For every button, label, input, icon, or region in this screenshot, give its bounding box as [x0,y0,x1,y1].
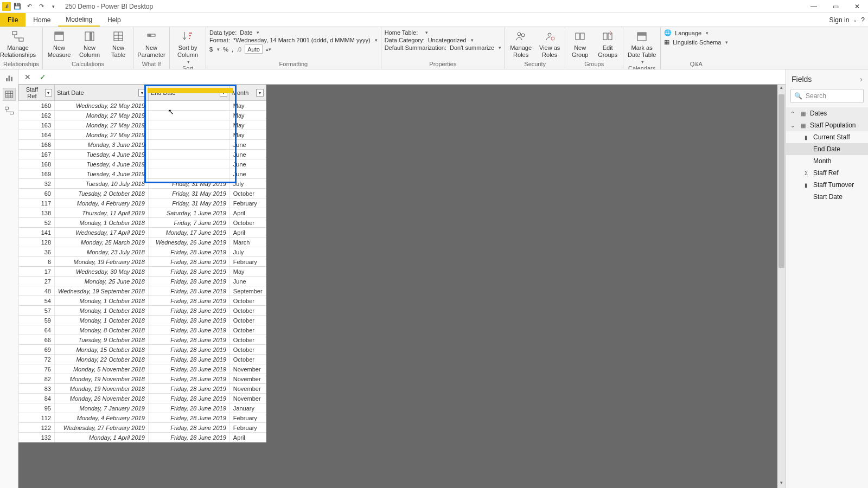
cell-staff-ref[interactable]: 59 [19,316,55,325]
cell-staff-ref[interactable]: 122 [19,423,55,433]
cell-staff-ref[interactable]: 82 [19,374,55,384]
tab-modeling[interactable]: Modeling [58,13,100,27]
cell-staff-ref[interactable]: 166 [19,140,55,150]
table-node[interactable]: ⌃▦Dates [786,107,868,119]
field-node[interactable]: Start Date [786,191,868,203]
sort-by-column-button[interactable]: Sort by Column▾ [173,29,202,65]
cell-start-date[interactable]: Monday, 1 October 2018 [55,316,149,325]
vertical-scrollbar[interactable]: ▴ ▾ [777,85,786,488]
cell-start-date[interactable]: Thursday, 11 April 2019 [55,208,149,218]
cell-month[interactable]: May [229,101,266,111]
cell-staff-ref[interactable]: 160 [19,101,55,111]
cell-end-date[interactable] [148,150,229,159]
cell-end-date[interactable]: Friday, 28 June 2019 [148,296,229,306]
cell-start-date[interactable]: Monday, 1 October 2018 [55,306,149,316]
cell-start-date[interactable]: Tuesday, 4 June 2019 [55,150,149,159]
filter-icon[interactable]: ▾ [220,89,227,97]
new-group-button[interactable]: New Group [569,29,591,58]
cell-start-date[interactable]: Monday, 19 November 2018 [55,374,149,384]
cell-month[interactable]: July [229,247,266,257]
cell-staff-ref[interactable]: 64 [19,325,55,335]
cell-month[interactable]: May [229,130,266,140]
table-row[interactable]: 52Monday, 1 October 2018Friday, 7 June 2… [19,218,266,228]
cell-staff-ref[interactable]: 83 [19,384,55,394]
minimize-button[interactable]: — [803,1,825,12]
table-row[interactable]: 72Monday, 22 October 2018Friday, 28 June… [19,355,266,364]
close-button[interactable]: ✕ [846,1,868,12]
filter-icon[interactable]: ▾ [45,89,52,97]
table-row[interactable]: 169Tuesday, 4 June 2019June [19,169,266,179]
cell-start-date[interactable]: Monday, 8 October 2018 [55,325,149,335]
cell-end-date[interactable] [148,120,229,130]
table-row[interactable]: 166Monday, 3 June 2019June [19,140,266,150]
manage-roles-button[interactable]: Manage Roles [508,29,533,58]
column-header-month[interactable]: Month▾ [229,85,266,101]
cell-end-date[interactable]: Friday, 28 June 2019 [148,286,229,296]
table-row[interactable]: 27Monday, 25 June 2018Friday, 28 June 20… [19,277,266,286]
cell-staff-ref[interactable]: 72 [19,355,55,364]
cell-start-date[interactable]: Monday, 1 April 2019 [55,433,149,442]
cell-start-date[interactable]: Monday, 26 November 2018 [55,394,149,403]
table-row[interactable]: 132Monday, 1 April 2019Friday, 28 June 2… [19,433,266,442]
cell-staff-ref[interactable]: 117 [19,198,55,208]
field-node[interactable]: ΣStaff Ref [786,167,868,179]
new-measure-button[interactable]: New Measure [46,29,72,58]
cell-start-date[interactable]: Monday, 5 November 2018 [55,364,149,374]
cell-staff-ref[interactable]: 36 [19,247,55,257]
manage-relationships-button[interactable]: Manage Relationships [3,29,33,58]
cell-end-date[interactable]: Friday, 28 June 2019 [148,384,229,394]
cell-start-date[interactable]: Wednesday, 30 May 2018 [55,267,149,277]
table-row[interactable]: 64Monday, 8 October 2018Friday, 28 June … [19,325,266,335]
cell-end-date[interactable]: Wednesday, 26 June 2019 [148,237,229,247]
table-row[interactable]: 141Wednesday, 17 April 2019Monday, 17 Ju… [19,228,266,237]
data-view-icon[interactable] [3,88,16,101]
data-grid[interactable]: Staff Ref▾ Start Date▾ End Date▾ Month▾ … [18,85,266,442]
cell-staff-ref[interactable]: 141 [19,228,55,237]
cell-end-date[interactable]: Friday, 28 June 2019 [148,325,229,335]
cell-start-date[interactable]: Monday, 4 February 2019 [55,198,149,208]
cell-end-date[interactable]: Friday, 28 June 2019 [148,316,229,325]
cell-month[interactable]: February [229,413,266,423]
cell-end-date[interactable]: Friday, 28 June 2019 [148,374,229,384]
cell-staff-ref[interactable]: 57 [19,306,55,316]
cell-month[interactable]: October [229,316,266,325]
percent-button[interactable]: % [223,46,228,53]
cell-month[interactable]: February [229,423,266,433]
cell-end-date[interactable] [148,111,229,120]
new-table-button[interactable]: New Table [107,29,130,58]
cell-start-date[interactable]: Monday, 27 May 2019 [55,111,149,120]
cell-month[interactable]: October [229,355,266,364]
cell-staff-ref[interactable]: 27 [19,277,55,286]
mark-date-table-button[interactable]: Mark as Date Table▾ [627,29,657,65]
table-row[interactable]: 83Monday, 19 November 2018Friday, 28 Jun… [19,384,266,394]
cancel-formula-icon[interactable]: ✕ [23,73,33,81]
cell-month[interactable]: May [229,120,266,130]
cell-start-date[interactable]: Monday, 25 March 2019 [55,237,149,247]
cell-start-date[interactable]: Tuesday, 4 June 2019 [55,169,149,179]
decimal-auto-input[interactable]: Auto [245,44,263,54]
help-icon[interactable]: ? [861,16,865,24]
table-row[interactable]: 112Monday, 4 February 2019Friday, 28 Jun… [19,413,266,423]
chevron-down-icon[interactable]: ⌄ [851,17,859,23]
cell-month[interactable]: November [229,364,266,374]
filter-icon[interactable]: ▾ [138,89,146,97]
cell-staff-ref[interactable]: 76 [19,364,55,374]
filter-icon[interactable]: ▾ [256,89,264,97]
cell-end-date[interactable]: Friday, 31 May 2019 [148,179,229,189]
view-as-roles-button[interactable]: View as Roles [538,29,561,58]
cell-month[interactable]: July [229,179,266,189]
currency-button[interactable]: $ [209,46,213,53]
cell-start-date[interactable]: Monday, 3 June 2019 [55,140,149,150]
table-row[interactable]: 117Monday, 4 February 2019Friday, 31 May… [19,198,266,208]
qat-dropdown-icon[interactable]: ▾ [48,1,59,12]
home-table-dropdown[interactable]: Home Table: ▾ [385,29,502,36]
cell-staff-ref[interactable]: 162 [19,111,55,120]
table-row[interactable]: 17Wednesday, 30 May 2018Friday, 28 June … [19,267,266,277]
table-row[interactable]: 168Tuesday, 4 June 2019June [19,159,266,169]
cell-month[interactable]: November [229,384,266,394]
cell-start-date[interactable]: Wednesday, 17 April 2019 [55,228,149,237]
cell-month[interactable]: March [229,237,266,247]
cell-month[interactable]: November [229,394,266,403]
cell-start-date[interactable]: Monday, 27 May 2019 [55,120,149,130]
cell-start-date[interactable]: Monday, 1 October 2018 [55,218,149,228]
